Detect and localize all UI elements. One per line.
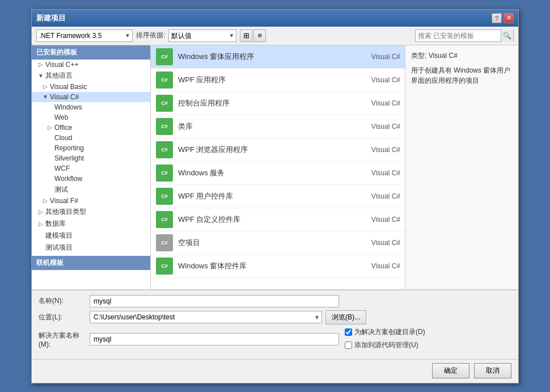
tree-expand-icon: ▷ bbox=[41, 197, 50, 204]
list-view-button[interactable]: ≡ bbox=[253, 29, 266, 42]
template-item[interactable]: C# WPF 用户控件库 Visual C# bbox=[151, 185, 405, 208]
template-tree: ▷ Visual C++ ▼ 其他语言 ▷ Visual Basic ▼ Vis… bbox=[32, 60, 150, 254]
tree-item-database[interactable]: ▷ 数据库 bbox=[32, 218, 150, 230]
template-icon-inner: C# bbox=[156, 95, 173, 112]
template-icon-inner: C# bbox=[156, 211, 173, 228]
template-icon: C# bbox=[155, 141, 174, 159]
tree-item-visual-basic[interactable]: ▷ Visual Basic bbox=[32, 82, 150, 92]
tree-item-label: 数据库 bbox=[45, 219, 66, 229]
sort-label: 排序依据: bbox=[136, 31, 165, 40]
grid-view-button[interactable]: ⊞ bbox=[240, 29, 252, 42]
template-item[interactable]: C# 类库 Visual C# bbox=[151, 115, 405, 138]
tree-item-workflow[interactable]: Workflow bbox=[32, 174, 150, 184]
installed-templates-header: 已安装的模板 bbox=[32, 45, 150, 60]
title-bar-buttons: ? ✕ bbox=[492, 13, 514, 23]
location-input[interactable] bbox=[90, 311, 322, 323]
new-project-dialog: 新建项目 ? ✕ .NET Framework 3.5 ▼ 排序依据: 默认值 … bbox=[31, 9, 519, 383]
location-label: 位置(L): bbox=[39, 313, 90, 322]
template-item[interactable]: C# Windows 窗体应用程序 Visual C# bbox=[151, 45, 405, 69]
view-icons: ⊞ ≡ bbox=[240, 29, 266, 42]
template-icon: C# bbox=[155, 187, 174, 205]
tree-expand-icon: ▼ bbox=[36, 73, 45, 79]
template-name: 控制台应用程序 bbox=[178, 98, 355, 108]
tree-item-label: Visual C++ bbox=[45, 61, 78, 69]
footer-row: 确定 取消 bbox=[32, 359, 518, 383]
search-icon-button[interactable]: 🔍 bbox=[501, 29, 513, 42]
tree-item-web[interactable]: Web bbox=[32, 112, 150, 123]
template-lang: Visual C# bbox=[355, 99, 400, 107]
tree-item-test[interactable]: 测试 bbox=[32, 184, 150, 196]
tree-item-other-project[interactable]: ▷ 其他项目类型 bbox=[32, 206, 150, 218]
name-row: 名称(N): bbox=[39, 295, 511, 307]
tree-item-visual-csharp[interactable]: ▼ Visual C# bbox=[32, 92, 150, 102]
template-lang: Visual C# bbox=[355, 216, 400, 224]
template-name: Windows 服务 bbox=[178, 168, 355, 178]
tree-item-label: Workflow bbox=[54, 175, 82, 183]
close-button[interactable]: ✕ bbox=[504, 13, 514, 23]
template-item[interactable]: C# WPF 浏览器应用程序 Visual C# bbox=[151, 138, 405, 162]
tree-expand-icon: ▷ bbox=[36, 221, 45, 227]
template-item[interactable]: C# WPF 自定义控件库 Visual C# bbox=[151, 208, 405, 231]
tree-expand-icon: ▷ bbox=[41, 83, 50, 90]
online-templates-header: 联机模板 bbox=[32, 256, 150, 270]
framework-combo-wrapper: .NET Framework 3.5 ▼ bbox=[36, 29, 133, 42]
tree-item-label: Office bbox=[54, 124, 72, 132]
tree-item-silverlight[interactable]: Silverlight bbox=[32, 153, 150, 163]
tree-item-wcf[interactable]: WCF bbox=[32, 163, 150, 174]
cancel-button[interactable]: 取消 bbox=[474, 363, 511, 378]
template-icon-inner: C# bbox=[156, 71, 173, 88]
tree-item-other-lang[interactable]: ▼ 其他语言 bbox=[32, 70, 150, 82]
template-item[interactable]: C# WPF 应用程序 Visual C# bbox=[151, 69, 405, 92]
tree-item-visual-cpp[interactable]: ▷ Visual C++ bbox=[32, 60, 150, 70]
add-source-control-label[interactable]: 添加到源代码管理(U) bbox=[354, 340, 418, 350]
tree-item-visual-fsharp[interactable]: ▷ Visual F# bbox=[32, 196, 150, 206]
checkbox1-row: 为解决方案创建目录(D) bbox=[345, 327, 425, 337]
template-item[interactable]: C# Windows 服务 Visual C# bbox=[151, 162, 405, 185]
template-item[interactable]: C# Windows 窗体控件库 Visual C# bbox=[151, 255, 405, 278]
desc-type: 类型: Visual C# bbox=[411, 51, 513, 61]
tree-item-reporting[interactable]: Reporting bbox=[32, 143, 150, 153]
add-source-control-checkbox[interactable] bbox=[345, 342, 352, 349]
template-icon-inner: C# bbox=[156, 258, 173, 275]
solution-input[interactable] bbox=[90, 333, 339, 345]
tree-item-label: Silverlight bbox=[54, 154, 84, 162]
template-icon: C# bbox=[155, 210, 174, 229]
template-icon: C# bbox=[155, 164, 174, 182]
template-item[interactable]: C# 空项目 Visual C# bbox=[151, 231, 405, 255]
tree-expand-icon: ▷ bbox=[45, 124, 54, 130]
template-name: Windows 窗体应用程序 bbox=[178, 52, 355, 62]
template-name: 类库 bbox=[178, 121, 355, 132]
help-button[interactable]: ? bbox=[492, 13, 502, 23]
sort-select[interactable]: 默认值 bbox=[168, 29, 236, 42]
search-box: 🔍 bbox=[415, 29, 514, 42]
tree-item-label: Visual Basic bbox=[50, 83, 87, 91]
template-item[interactable]: C# 控制台应用程序 Visual C# bbox=[151, 92, 405, 115]
tree-item-label: Cloud bbox=[54, 134, 72, 142]
tree-item-office[interactable]: ▷ Office bbox=[32, 123, 150, 133]
browse-button[interactable]: 浏览(B)... bbox=[325, 310, 366, 324]
template-icon: C# bbox=[155, 117, 174, 136]
template-icon-inner: C# bbox=[156, 118, 173, 135]
ok-button[interactable]: 确定 bbox=[432, 363, 469, 378]
framework-select[interactable]: .NET Framework 3.5 bbox=[36, 29, 133, 42]
template-icon-inner: C# bbox=[156, 48, 173, 65]
template-name: WPF 自定义控件库 bbox=[178, 214, 355, 225]
location-dropdown-icon[interactable]: ▼ bbox=[314, 314, 320, 321]
left-panel: 已安装的模板 ▷ Visual C++ ▼ 其他语言 ▷ Visual Basi… bbox=[32, 45, 151, 289]
title-bar: 新建项目 ? ✕ bbox=[32, 10, 518, 27]
checkbox2-row: 添加到源代码管理(U) bbox=[345, 340, 425, 350]
template-icon-inner: C# bbox=[156, 165, 173, 182]
create-dir-label[interactable]: 为解决方案创建目录(D) bbox=[354, 327, 425, 337]
name-input[interactable] bbox=[90, 295, 339, 307]
tree-item-build-project[interactable]: 建模项目 bbox=[32, 230, 150, 242]
tree-item-label: WCF bbox=[54, 165, 70, 172]
search-input[interactable] bbox=[416, 31, 501, 41]
tree-item-cloud[interactable]: Cloud bbox=[32, 133, 150, 143]
template-icon: C# bbox=[155, 94, 174, 112]
template-lang: Visual C# bbox=[355, 123, 400, 130]
template-name: WPF 用户控件库 bbox=[178, 191, 355, 201]
template-icon: C# bbox=[155, 71, 174, 89]
create-dir-checkbox[interactable] bbox=[345, 328, 352, 336]
tree-item-windows[interactable]: Windows bbox=[32, 102, 150, 112]
tree-item-test-project[interactable]: 测试项目 bbox=[32, 242, 150, 254]
